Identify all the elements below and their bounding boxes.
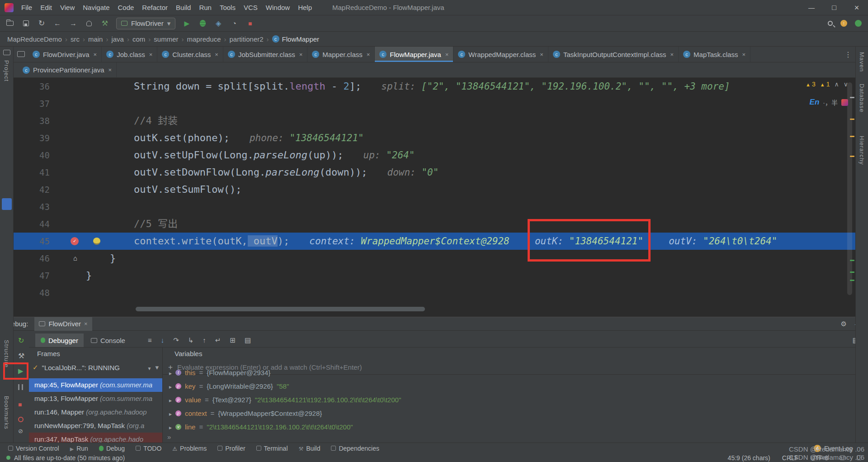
crumb-java[interactable]: java xyxy=(111,35,124,43)
lock-icon[interactable] xyxy=(840,455,845,460)
show-execution-point-icon[interactable] xyxy=(161,336,165,344)
file-encoding[interactable]: UTF-8 xyxy=(810,454,828,462)
toolwindow-terminal[interactable]: Terminal xyxy=(256,445,288,452)
frame-row-3[interactable]: runNewMapper:799, MapTask (org.a xyxy=(29,419,162,433)
editor-line-38[interactable]: 38 //4 封装 xyxy=(14,112,855,129)
close-tab-icon[interactable] xyxy=(742,51,745,58)
menu-help[interactable]: Help xyxy=(294,4,316,11)
toolwindow-debug[interactable]: Debug xyxy=(99,445,125,452)
toolwindow-todo[interactable]: TODO xyxy=(136,445,161,452)
sidebar-item-project[interactable]: Project xyxy=(3,60,10,81)
gear-icon[interactable] xyxy=(841,320,847,328)
search-icon[interactable] xyxy=(828,21,833,26)
threads-view-icon[interactable] xyxy=(245,336,251,344)
debug-button[interactable] xyxy=(200,20,206,27)
back-icon[interactable] xyxy=(53,19,62,28)
inspections-widget[interactable]: 3 1 ∧ ∨ xyxy=(806,81,848,88)
run-configuration-select[interactable]: FlowDriver xyxy=(116,18,175,29)
menu-edit[interactable]: Edit xyxy=(36,4,56,11)
menu-refactor[interactable]: Refactor xyxy=(138,4,172,11)
close-tab-icon[interactable] xyxy=(108,67,112,73)
crumb-partitioner2[interactable]: partitioner2 xyxy=(230,35,264,43)
next-issue-icon[interactable]: ∨ xyxy=(844,81,848,88)
code-with-me-icon[interactable] xyxy=(855,20,862,27)
save-icon[interactable] xyxy=(23,20,29,26)
toolwindow-run[interactable]: Run xyxy=(70,445,88,452)
thread-selector[interactable]: "LocalJobR...": RUNNING xyxy=(29,360,162,375)
evaluate-expression-icon[interactable] xyxy=(230,336,236,344)
editor-line-36[interactable]: 36 String down = split[split.length - 2]… xyxy=(14,78,855,95)
editor-line-39[interactable]: 39 outK.set(phone);phone: "13846544121" xyxy=(14,129,855,147)
variable-row-this[interactable]: this = {FlowMapper@2934} xyxy=(163,366,868,379)
frame-row-1[interactable]: map:13, FlowMapper (com.summer.ma xyxy=(29,392,162,405)
edit-config-icon[interactable] xyxy=(18,352,24,360)
minimize-icon[interactable] xyxy=(800,0,823,15)
sidebar-item-database[interactable]: Database xyxy=(859,84,865,113)
toolwindow-build[interactable]: Build xyxy=(299,445,321,452)
tab-cluster-class[interactable]: Cluster.class xyxy=(157,47,223,62)
profiler-icon[interactable] xyxy=(230,19,239,28)
crumb-src[interactable]: src xyxy=(71,35,80,43)
chevron-right-icon[interactable] xyxy=(169,369,172,376)
menu-navigate[interactable]: Navigate xyxy=(79,4,113,11)
filter-icon[interactable] xyxy=(147,364,152,372)
mute-breakpoints-icon[interactable] xyxy=(18,427,23,435)
open-icon[interactable] xyxy=(6,21,14,26)
tab-jobsubmitter-class[interactable]: JobSubmitter.class xyxy=(223,47,307,62)
menu-view[interactable]: View xyxy=(56,4,79,11)
close-tab-icon[interactable] xyxy=(94,51,97,58)
event-log-button[interactable]: 4 Event Log xyxy=(814,445,853,452)
frame-row-4[interactable]: run:347, MapTask (org.apache.hado xyxy=(29,433,162,443)
menu-file[interactable]: File xyxy=(17,4,36,11)
toolwindow-version-control[interactable]: Version Control xyxy=(8,445,59,452)
close-tab-icon[interactable] xyxy=(149,51,153,58)
close-tab-icon[interactable] xyxy=(540,51,543,58)
sidebar-item-maven[interactable]: Maven xyxy=(859,52,865,72)
menu-vcs[interactable]: VCS xyxy=(240,4,262,11)
chevron-right-icon[interactable] xyxy=(169,382,172,390)
editor-line-44[interactable]: 44 //5 写出 xyxy=(14,215,855,233)
tab-wrappedmapper-class[interactable]: WrappedMapper.class xyxy=(453,47,548,62)
editor-line-43[interactable]: 43 xyxy=(14,198,855,215)
view-breakpoints-icon[interactable] xyxy=(18,417,24,422)
toolwindow-dependencies[interactable]: Dependencies xyxy=(331,445,379,452)
tab-taskinputoutputcontextimpl-class[interactable]: TaskInputOutputContextImpl.class xyxy=(548,47,679,62)
more-tabs-icon[interactable] xyxy=(844,50,852,59)
step-over-icon[interactable] xyxy=(173,336,179,344)
toolwindow-profiler[interactable]: Profiler xyxy=(217,445,245,452)
variable-row-context[interactable]: context = {WrappedMapper$Context@2928} xyxy=(163,406,868,420)
stop-icon[interactable] xyxy=(18,400,22,409)
close-tab-icon[interactable] xyxy=(215,51,218,58)
coverage-icon[interactable] xyxy=(214,19,223,28)
tab-console[interactable]: Console xyxy=(85,333,131,347)
input-method-widget[interactable]: En ·，半 xyxy=(810,98,848,107)
step-into-icon[interactable] xyxy=(188,336,194,344)
build-hammer-icon[interactable] xyxy=(100,19,109,28)
tab-maptask-class[interactable]: MapTask.class xyxy=(679,47,750,62)
editor-line-46[interactable]: 46 } xyxy=(14,250,855,267)
menu-run[interactable]: Run xyxy=(195,4,216,11)
editor-line-40[interactable]: 40 outV.setUpFlow(Long.parseLong(up));up… xyxy=(14,147,855,164)
crumb-flowmapper[interactable]: FlowMapper xyxy=(272,35,320,43)
crumb-main[interactable]: main xyxy=(88,35,103,43)
variable-row-line[interactable]: line = "2\t13846544121\t192.196.100.2\t\… xyxy=(163,420,868,433)
vertical-scrollbar[interactable] xyxy=(847,82,852,295)
close-tab-icon[interactable] xyxy=(367,51,370,58)
crumb-com[interactable]: com xyxy=(132,35,145,43)
close-tab-icon[interactable] xyxy=(299,51,303,58)
prev-issue-icon[interactable]: ∧ xyxy=(835,81,839,88)
sidebar-item-hierarchy[interactable]: Hierarchy xyxy=(859,136,865,165)
crumb-summer[interactable]: summer xyxy=(154,35,178,43)
close-icon[interactable] xyxy=(845,0,868,15)
tab-debugger[interactable]: Debugger xyxy=(35,333,84,347)
close-session-icon[interactable] xyxy=(84,320,88,327)
pause-icon[interactable] xyxy=(18,384,23,390)
notifications-icon[interactable] xyxy=(857,455,862,460)
crumb-mapreduce[interactable]: mapreduce xyxy=(187,35,221,43)
editor-line-42[interactable]: 42 outV.setSumFlow(); xyxy=(14,181,855,198)
forward-icon[interactable] xyxy=(69,19,78,28)
chevron-down-icon[interactable] xyxy=(155,363,159,372)
menu-build[interactable]: Build xyxy=(172,4,195,11)
project-tool-icon[interactable] xyxy=(3,50,10,55)
tab-job-class[interactable]: Job.class xyxy=(102,47,157,62)
